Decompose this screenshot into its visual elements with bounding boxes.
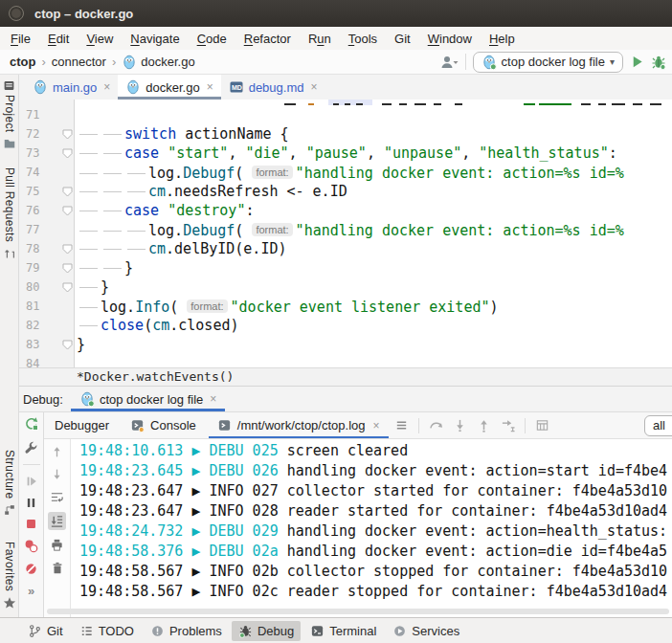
console-icon bbox=[217, 418, 232, 432]
editor-tab-main-go[interactable]: main.go× bbox=[25, 75, 118, 100]
editor-tab-debug-md[interactable]: MDdebug.md× bbox=[221, 75, 325, 100]
run-button[interactable] bbox=[630, 55, 644, 69]
settings-icon[interactable] bbox=[24, 440, 38, 455]
run-to-cursor-icon[interactable] bbox=[501, 418, 515, 432]
toolbar-right: ctop docker log file ▾ bbox=[439, 52, 672, 73]
debug-button[interactable] bbox=[651, 55, 666, 70]
user-icon[interactable] bbox=[439, 55, 459, 70]
menu-git[interactable]: Git bbox=[386, 32, 419, 46]
stripe-top-icon[interactable] bbox=[3, 79, 15, 92]
line-number: 76 bbox=[23, 201, 39, 220]
stop-icon[interactable] bbox=[25, 518, 37, 530]
view-breakpoints-icon[interactable] bbox=[24, 539, 38, 553]
window-button-icon[interactable] bbox=[9, 6, 24, 21]
menu-window[interactable]: Window bbox=[419, 32, 481, 46]
log-console[interactable]: 19:48:10.613 ▶ DEBU 025 screen cleared19… bbox=[71, 439, 672, 617]
close-icon[interactable]: × bbox=[210, 392, 216, 406]
line-number: 73 bbox=[23, 144, 39, 163]
toolbar-separator bbox=[23, 464, 40, 465]
close-icon[interactable]: × bbox=[372, 419, 379, 432]
soft-wrap-icon[interactable] bbox=[50, 490, 64, 504]
step-over-icon[interactable] bbox=[429, 418, 443, 432]
step-out-icon[interactable] bbox=[477, 418, 491, 432]
run-config-select[interactable]: ctop docker log file ▾ bbox=[473, 52, 623, 73]
stripe-item-structure[interactable]: Structure bbox=[0, 450, 18, 517]
fold-marker-icon[interactable] bbox=[62, 129, 74, 140]
statusbar-item-services[interactable]: Services bbox=[386, 621, 466, 641]
breadcrumb-item-connector[interactable]: connector bbox=[52, 55, 106, 69]
statusbar-item-terminal[interactable]: Terminal bbox=[303, 621, 383, 641]
log-line: 19:48:23.647 ▶ INFO 028 reader started f… bbox=[79, 501, 672, 521]
clear-icon[interactable] bbox=[51, 562, 64, 575]
layout-grid-icon[interactable] bbox=[535, 418, 549, 432]
down-icon[interactable] bbox=[51, 468, 63, 480]
menu-tools[interactable]: Tools bbox=[340, 32, 386, 46]
statusbar-item-git[interactable]: Git bbox=[21, 621, 70, 641]
line-number: 78 bbox=[23, 239, 39, 258]
editor-tab-docker-go[interactable]: docker.go× bbox=[118, 75, 220, 100]
log-line: 19:48:23.645 ▶ DEBU 026 handling docker … bbox=[79, 461, 672, 481]
line-number: 71 bbox=[23, 105, 39, 124]
log-filter-select[interactable]: all bbox=[644, 415, 672, 436]
line-number: 79 bbox=[23, 258, 39, 277]
fold-marker-icon[interactable] bbox=[62, 282, 74, 293]
scroll-end-icon[interactable] bbox=[48, 512, 66, 530]
code-token: "die" bbox=[245, 144, 288, 162]
console-tab--mnt-work-ctop-ctop-log[interactable]: /mnt/work/ctop/ctop.log× bbox=[207, 412, 391, 439]
fold-marker-icon[interactable] bbox=[62, 340, 74, 350]
fold-marker-icon[interactable] bbox=[62, 148, 74, 159]
code-token: "handling docker event: action=%s id=% bbox=[296, 222, 624, 239]
more-icon[interactable]: » bbox=[28, 585, 34, 598]
breadcrumb-item-ctop[interactable]: ctop bbox=[10, 55, 35, 69]
print-icon[interactable] bbox=[50, 538, 64, 552]
close-icon[interactable]: × bbox=[310, 80, 317, 94]
go-file-icon bbox=[122, 55, 137, 70]
fold-marker-icon[interactable] bbox=[62, 263, 74, 274]
horizontal-scrollbar[interactable] bbox=[47, 609, 669, 614]
resume-icon[interactable] bbox=[25, 475, 38, 488]
statusbar-item-debug[interactable]: Debug bbox=[232, 621, 301, 641]
tab-whitespace-mark bbox=[77, 287, 101, 288]
fold-marker-icon[interactable] bbox=[62, 187, 74, 197]
menu-refactor[interactable]: Refactor bbox=[235, 32, 300, 46]
debug-session-tab[interactable]: ctop docker log file × bbox=[71, 387, 225, 411]
fold-marker-icon[interactable] bbox=[62, 244, 74, 255]
stripe-item-pull-requests[interactable]: Pull Requests bbox=[0, 167, 18, 260]
step-into-icon[interactable] bbox=[453, 418, 467, 432]
menu-file[interactable]: File bbox=[2, 32, 39, 46]
toolbar-divider bbox=[465, 54, 466, 70]
up-icon[interactable] bbox=[51, 446, 63, 458]
statusbar-item-problems[interactable]: Problems bbox=[144, 621, 229, 641]
menu-edit[interactable]: Edit bbox=[39, 32, 78, 46]
debug-bug-icon bbox=[238, 624, 253, 638]
breadcrumb-item-docker-go[interactable]: docker.go bbox=[122, 55, 194, 70]
code-editor[interactable]: 7172switch actionName {73case "start", "… bbox=[19, 100, 672, 367]
console-tab-console[interactable]: Console bbox=[120, 412, 207, 439]
stripe-item-favorites[interactable]: Favorites bbox=[0, 542, 18, 610]
hamburger-icon[interactable] bbox=[394, 418, 409, 432]
git-branch-icon bbox=[28, 624, 42, 638]
menu-run[interactable]: Run bbox=[300, 32, 340, 46]
rerun-icon[interactable] bbox=[24, 416, 39, 432]
code-token bbox=[159, 202, 168, 219]
stripe-item-project[interactable]: Project bbox=[0, 95, 18, 150]
menu-code[interactable]: Code bbox=[189, 32, 235, 46]
menu-navigate[interactable]: Navigate bbox=[122, 32, 188, 46]
code-token: .needsRefresh <- e.ID bbox=[166, 183, 347, 200]
terminal-icon bbox=[310, 624, 325, 638]
pause-icon[interactable] bbox=[25, 497, 37, 509]
code-token: "docker event listener exited" bbox=[231, 299, 490, 316]
code-line-75: 75cm.needsRefresh <- e.ID bbox=[19, 182, 672, 201]
fold-marker-icon[interactable] bbox=[62, 206, 74, 216]
statusbar-item-todo[interactable]: TODO bbox=[73, 621, 141, 641]
code-token: ( bbox=[169, 299, 187, 316]
close-icon[interactable]: × bbox=[207, 80, 213, 94]
close-icon[interactable]: × bbox=[103, 80, 110, 94]
tab-whitespace-mark bbox=[77, 307, 101, 308]
console-tab-debugger[interactable]: Debugger bbox=[44, 412, 120, 439]
code-token: , bbox=[289, 144, 306, 162]
menu-view[interactable]: View bbox=[78, 32, 122, 46]
code-token: ( bbox=[235, 222, 252, 239]
menu-help[interactable]: Help bbox=[481, 32, 524, 46]
mute-breakpoints-icon[interactable] bbox=[24, 562, 38, 576]
